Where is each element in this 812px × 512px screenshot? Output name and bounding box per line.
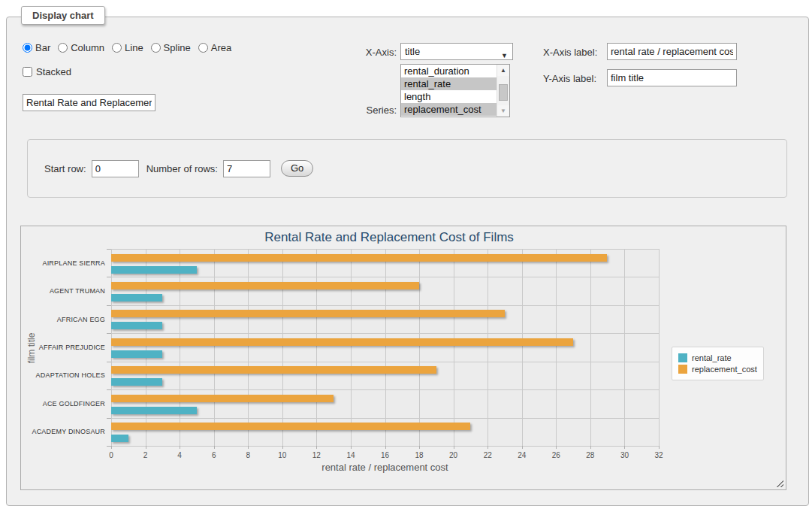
x-tick-mark <box>146 446 146 449</box>
chart-type-label: Bar <box>35 42 50 53</box>
y-tick-mark <box>107 389 111 390</box>
y-tick-mark <box>107 249 111 250</box>
chart-legend: rental_ratereplacement_cost <box>672 347 764 380</box>
grid-line-vertical <box>590 249 591 446</box>
grid-line-vertical <box>351 249 352 446</box>
grid-line-vertical <box>659 249 660 446</box>
grid-line-horizontal <box>111 389 659 390</box>
x-tick-mark <box>248 446 249 449</box>
legend-swatch <box>678 365 687 374</box>
series-option-rental_duration[interactable]: rental_duration <box>401 65 497 77</box>
x-axis-label-field-text: X-Axis label: <box>543 47 597 58</box>
bar-rental_rate <box>111 378 162 386</box>
x-tick-mark <box>556 446 557 449</box>
bar-replacement_cost <box>111 310 505 317</box>
chart-type-label: Column <box>71 42 104 53</box>
start-row-input[interactable] <box>92 160 139 177</box>
x-axis-selected-value: title <box>405 46 420 57</box>
y-tick-mark <box>107 362 111 362</box>
stacked-row: Stacked <box>23 66 71 77</box>
x-tick-mark <box>419 446 420 449</box>
x-tick-label: 24 <box>509 451 535 459</box>
num-rows-label: Number of rows: <box>146 163 218 174</box>
bar-rental_rate <box>111 435 128 442</box>
x-tick-label: 10 <box>270 451 295 459</box>
y-axis-title: film title <box>26 265 37 431</box>
y-axis-label-input[interactable] <box>607 69 737 86</box>
x-tick-label: 22 <box>475 451 500 459</box>
bar-replacement_cost <box>111 282 419 289</box>
x-tick-mark <box>316 446 317 449</box>
series-option-replacement_cost[interactable]: replacement_cost <box>401 103 497 116</box>
scroll-up-icon[interactable]: ▲ <box>497 65 509 76</box>
scroll-down-icon[interactable]: ▼ <box>497 105 509 117</box>
x-tick-label: 14 <box>338 451 364 459</box>
bar-rental_rate <box>111 266 197 274</box>
bar-rental_rate <box>111 322 162 329</box>
x-tick-label: 32 <box>646 451 672 459</box>
panel-title: Display chart <box>21 6 105 25</box>
go-button[interactable]: Go <box>281 160 313 177</box>
x-tick-mark <box>111 446 112 449</box>
series-listbox: rental_durationrental_ratelengthreplacem… <box>400 64 510 117</box>
row-controls-panel: Start row: Number of rows: Go <box>27 139 787 198</box>
series-options: rental_durationrental_ratelengthreplacem… <box>401 65 497 116</box>
bar-replacement_cost <box>111 254 607 262</box>
grid-line-vertical <box>111 249 112 446</box>
grid-line-horizontal <box>111 418 659 419</box>
grid-line-vertical <box>522 249 523 446</box>
legend-item-rental_rate[interactable]: rental_rate <box>678 353 757 362</box>
scrollbar-thumb[interactable] <box>499 84 508 101</box>
x-tick-label: 20 <box>441 451 466 459</box>
resize-handle-icon[interactable] <box>775 479 783 487</box>
y-axis-label-field-text: Y-Axis label: <box>543 73 596 84</box>
start-row-label: Start row: <box>44 163 86 174</box>
grid-line-vertical <box>248 249 249 446</box>
grid-line-horizontal <box>111 333 659 334</box>
legend-label: replacement_cost <box>692 365 757 374</box>
chart-type-radio-spline[interactable] <box>151 43 161 53</box>
grid-line-vertical <box>146 249 146 446</box>
grid-line-horizontal <box>111 277 659 277</box>
chart-type-radio-area[interactable] <box>198 43 208 53</box>
bar-rental_rate <box>111 350 162 358</box>
x-tick-mark <box>454 446 454 449</box>
series-option-rental_rate[interactable]: rental_rate <box>401 77 497 90</box>
grid-line-horizontal <box>111 249 659 250</box>
grid-line-vertical <box>385 249 386 446</box>
chart-type-label: Area <box>211 42 231 53</box>
stacked-label: Stacked <box>36 66 71 77</box>
chart-title-input[interactable] <box>23 94 155 111</box>
x-tick-label: 8 <box>235 451 261 459</box>
stacked-checkbox[interactable] <box>23 67 32 77</box>
listbox-scrollbar[interactable]: ▲ ▼ <box>497 65 509 117</box>
x-tick-mark <box>351 446 352 449</box>
series-label-text: Series: <box>359 105 397 116</box>
grid-line-vertical <box>282 249 283 446</box>
bar-replacement_cost <box>111 423 470 430</box>
x-tick-mark <box>522 446 523 449</box>
grid-line-vertical <box>316 249 317 446</box>
x-axis-label-input[interactable] <box>607 43 737 60</box>
grid-line-vertical <box>180 249 180 446</box>
chart-panel: Rental Rate and Replacement Cost of Film… <box>20 226 786 490</box>
chart-type-radio-group: BarColumnLineSplineArea <box>23 42 239 53</box>
legend-item-replacement_cost[interactable]: replacement_cost <box>678 365 757 374</box>
bar-replacement_cost <box>111 395 334 402</box>
bar-rental_rate <box>111 294 162 301</box>
chart-plot-area <box>111 249 659 446</box>
x-axis-select[interactable]: title ▼ <box>400 43 513 60</box>
bar-replacement_cost <box>111 366 436 374</box>
x-tick-label: 26 <box>543 451 569 459</box>
legend-label: rental_rate <box>692 353 732 362</box>
legend-swatch <box>678 353 687 362</box>
series-option-length[interactable]: length <box>401 90 497 103</box>
num-rows-input[interactable] <box>223 160 270 177</box>
chart-type-radio-bar[interactable] <box>23 43 32 53</box>
chart-type-radio-column[interactable] <box>58 43 68 53</box>
x-tick-mark <box>488 446 488 449</box>
chart-type-radio-line[interactable] <box>112 43 122 53</box>
x-tick-label: 4 <box>167 451 192 459</box>
grid-line-vertical <box>556 249 557 446</box>
grid-line-vertical <box>454 249 454 446</box>
